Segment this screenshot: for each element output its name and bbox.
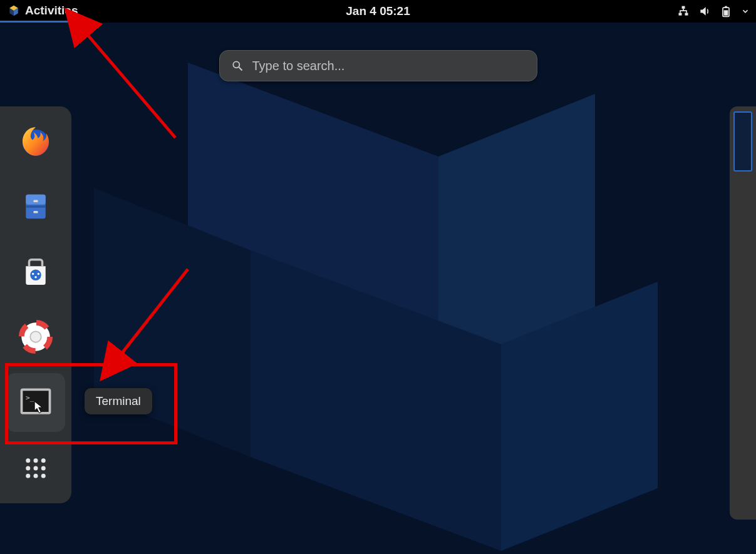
svg-point-34 (34, 458, 38, 463)
svg-rect-19 (26, 195, 46, 205)
dock-item-show-apps[interactable] (16, 448, 56, 488)
svg-rect-14 (724, 10, 728, 15)
firefox-icon (18, 124, 53, 159)
software-icon (18, 254, 53, 289)
help-icon (18, 319, 53, 354)
system-status-area[interactable] (677, 0, 750, 23)
search-icon (231, 59, 244, 72)
dock-item-firefox[interactable] (16, 121, 56, 162)
svg-point-37 (34, 466, 38, 471)
svg-line-16 (239, 68, 242, 71)
svg-rect-20 (26, 205, 46, 208)
search-container (219, 50, 537, 81)
svg-rect-11 (685, 13, 688, 16)
terminal-icon: >_ (17, 384, 54, 421)
clock-button[interactable]: Jan 4 05:21 (346, 0, 410, 23)
svg-text:>_: >_ (26, 394, 34, 402)
top-panel: Activities Jan 4 05:21 (0, 0, 756, 23)
svg-point-33 (26, 458, 30, 463)
svg-point-15 (233, 61, 239, 68)
dash-dock: >_ (0, 106, 71, 503)
dock-item-help[interactable] (16, 317, 56, 357)
svg-rect-22 (34, 211, 38, 213)
svg-point-39 (26, 474, 30, 478)
svg-point-35 (41, 458, 46, 463)
svg-point-25 (38, 273, 40, 275)
clock-text: Jan 4 05:21 (346, 4, 410, 18)
files-icon (18, 189, 53, 224)
svg-point-38 (41, 466, 46, 471)
workspace-switcher (730, 106, 756, 520)
tooltip-label: Terminal (96, 394, 141, 408)
network-wired-icon (677, 5, 690, 18)
activities-button[interactable]: Activities (0, 0, 85, 23)
dock-item-software[interactable] (16, 252, 56, 292)
svg-rect-21 (34, 200, 38, 203)
svg-point-26 (34, 276, 37, 279)
activities-label: Activities (25, 4, 78, 18)
svg-point-36 (26, 466, 30, 471)
workspace-thumbnail-1[interactable] (733, 111, 752, 172)
svg-point-23 (30, 270, 41, 281)
show-apps-icon (18, 451, 53, 486)
volume-icon (698, 5, 711, 18)
svg-point-29 (30, 331, 41, 342)
dock-item-terminal[interactable]: >_ (6, 373, 65, 432)
chevron-down-icon (741, 7, 750, 16)
search-input[interactable] (252, 59, 526, 73)
dock-item-files[interactable] (16, 187, 56, 227)
svg-point-24 (32, 273, 34, 275)
svg-point-41 (41, 474, 46, 478)
svg-rect-9 (682, 6, 685, 9)
dock-tooltip: Terminal (85, 388, 152, 414)
battery-icon (720, 5, 732, 18)
svg-point-40 (34, 474, 38, 478)
overview-search[interactable] (219, 50, 537, 81)
desktop-wallpaper (0, 0, 756, 554)
gnome-logo-icon (8, 4, 20, 17)
svg-rect-13 (725, 6, 727, 8)
svg-rect-10 (679, 13, 682, 16)
